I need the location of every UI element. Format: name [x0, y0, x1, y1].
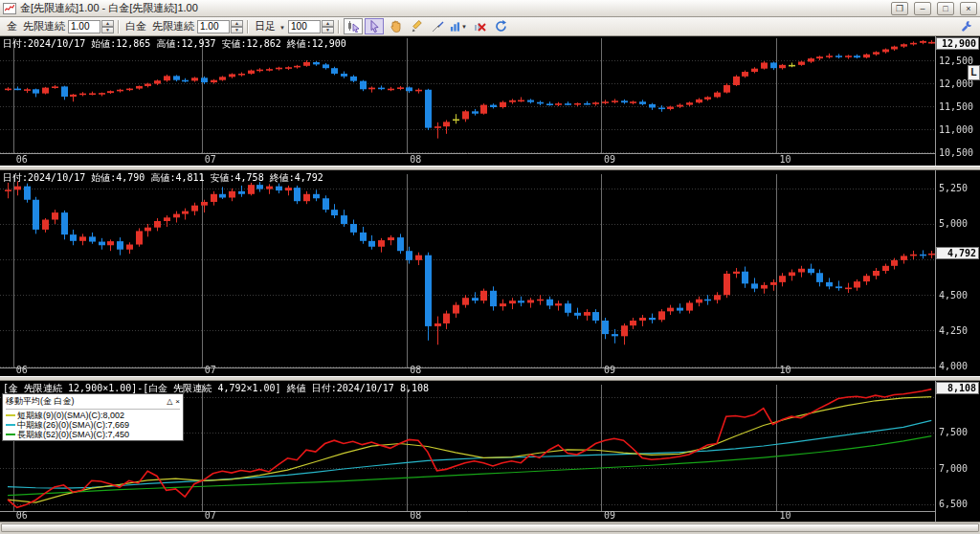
horizontal-scrollbar[interactable]	[0, 522, 980, 534]
legend-close-icon[interactable]: ×	[175, 397, 180, 406]
scrollbar-thumb[interactable]	[1, 523, 979, 532]
platinum-ohlc-readout: 日付:2024/10/17 始値:4,790 高値:4,811 安値:4,758…	[3, 171, 323, 185]
gold-symbol-label: 金	[7, 19, 17, 33]
long-sma-swatch	[6, 434, 15, 435]
gold-chart-canvas[interactable]	[0, 36, 980, 166]
step-down-icon[interactable]: ▼	[101, 27, 114, 33]
platinum-symbol-label: 白金	[125, 19, 146, 33]
bar-count-stepper[interactable]: ▲▼	[322, 20, 334, 33]
window-title: 金[先限連続]1.00 - 白金[先限連続]1.00	[20, 1, 885, 15]
step-down-icon[interactable]: ▼	[231, 27, 243, 33]
platinum-ratio-input[interactable]	[197, 20, 230, 33]
pencil-icon[interactable]	[407, 18, 426, 34]
bar-count-input[interactable]	[288, 20, 321, 33]
legend-collapse-icon[interactable]: △	[167, 397, 172, 406]
titlebar: 金[先限連続]1.00 - 白金[先限連続]1.00 ❐ – □ ×	[0, 0, 980, 17]
chevron-down-icon: ▼	[461, 24, 467, 30]
mid-sma-swatch	[6, 424, 15, 426]
label-badge[interactable]: L	[968, 65, 980, 80]
chevron-down-icon: ▼	[279, 25, 285, 31]
legend-title: 移動平均(金 白金)	[6, 395, 164, 408]
legend-label: 長期線(52)(0)(SMA)(C):7,450	[17, 429, 129, 441]
toolbar: 金 先限連続 ▲▼ 白金 先限連続 ▲▼ 日足 ▼ ▲▼ ▼	[0, 17, 980, 36]
legend-item-long-sma: 長期線(52)(0)(SMA)(C):7,450	[6, 430, 180, 439]
chart-app-window: 金[先限連続]1.00 - 白金[先限連続]1.00 ❐ – □ × 金 先限連…	[0, 0, 980, 534]
app-icon	[3, 3, 16, 14]
toolbar-separator	[247, 20, 248, 33]
platinum-chart-panel: 日付:2024/10/17 始値:4,790 高値:4,811 安値:4,758…	[0, 170, 980, 376]
step-up-icon[interactable]: ▲	[231, 20, 243, 27]
hand-pan-icon[interactable]	[386, 18, 405, 34]
step-up-icon[interactable]: ▲	[101, 20, 114, 27]
close-button[interactable]: ×	[960, 2, 977, 15]
platinum-ratio-stepper[interactable]: ▲▼	[231, 20, 243, 33]
gold-ratio-input[interactable]	[68, 20, 100, 33]
gold-ratio-stepper[interactable]: ▲▼	[101, 20, 114, 33]
clear-indicator-icon[interactable]	[470, 18, 489, 34]
step-down-icon[interactable]: ▼	[322, 27, 334, 33]
period-dropdown[interactable]: 日足 ▼	[255, 19, 285, 33]
chart-type-icon[interactable]: ▼	[449, 18, 468, 34]
settings-wrench-icon[interactable]	[956, 18, 975, 34]
kline-cursor-icon[interactable]	[344, 18, 363, 34]
pen-line-icon[interactable]	[428, 18, 447, 34]
toolbar-separator	[118, 20, 119, 33]
step-up-icon[interactable]: ▲	[322, 20, 334, 27]
pointer-icon[interactable]	[365, 18, 384, 34]
refresh-icon[interactable]	[491, 18, 510, 34]
short-sma-swatch	[6, 414, 15, 416]
spread-chart-panel: [金 先限連続 12,900×1.00]-[白金 先限連続 4,792×1.00…	[0, 381, 980, 522]
platinum-chart-canvas[interactable]	[0, 170, 980, 376]
toolbar-separator	[338, 20, 339, 33]
gold-ohlc-readout: 日付:2024/10/17 始値:12,865 高値:12,937 安値:12,…	[3, 37, 346, 51]
gold-chart-panel: 日付:2024/10/17 始値:12,865 高値:12,937 安値:12,…	[0, 36, 980, 166]
gold-contract-label: 先限連続	[23, 19, 65, 33]
moving-average-legend: 移動平均(金 白金) △ × 短期線(9)(0)(SMA)(C):8,002 中…	[2, 393, 184, 441]
maximize-button[interactable]: □	[937, 2, 954, 15]
layout-window-button[interactable]: ❐	[891, 2, 908, 15]
platinum-contract-label: 先限連続	[152, 19, 194, 33]
minimize-button[interactable]: –	[914, 2, 931, 15]
